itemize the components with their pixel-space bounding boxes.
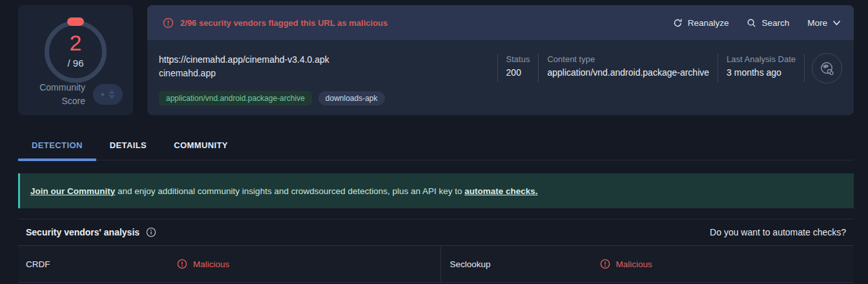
community-banner: Join our Community and enjoy additional … bbox=[18, 173, 854, 208]
more-chevron-icon bbox=[832, 20, 841, 26]
community-score-label: Community Score bbox=[39, 81, 85, 109]
community-score-row: Community Score bbox=[18, 81, 123, 109]
url-globe-icon bbox=[812, 53, 842, 83]
tag-list: application/vnd.android.package-archive … bbox=[159, 91, 497, 105]
vendor-name-cell: Seclookup bbox=[440, 246, 591, 282]
url-domain[interactable]: cinemahd.app bbox=[159, 67, 497, 80]
last-analysis-value: 3 months ago bbox=[727, 65, 796, 80]
status-label: Status bbox=[506, 53, 530, 65]
reanalyze-button[interactable]: Reanalyze bbox=[673, 18, 729, 28]
malicious-icon bbox=[600, 259, 610, 269]
community-vote-widget[interactable] bbox=[93, 84, 123, 105]
last-analysis-item: Last Analysis Date 3 months ago bbox=[718, 53, 804, 80]
header-card: 2/96 security vendors flagged this URL a… bbox=[147, 5, 854, 115]
alert-text: 2/96 security vendors flagged this URL a… bbox=[180, 18, 388, 28]
detections-count: 2 bbox=[45, 30, 107, 56]
vendor-name: CRDF bbox=[26, 259, 177, 269]
tab-detection[interactable]: DETECTION bbox=[18, 131, 96, 160]
search-icon bbox=[747, 18, 756, 28]
virustotal-url-report: 2 / 96 Community Score 2/96 security ven… bbox=[0, 0, 868, 284]
vendor-result: Malicious bbox=[177, 259, 440, 269]
vote-up-icon bbox=[108, 90, 115, 94]
detections-total: / 96 bbox=[45, 58, 107, 69]
tab-community[interactable]: COMMUNITY bbox=[160, 131, 242, 160]
url-block: https://cinemahd.app/cinemahd-v3.4.0.apk… bbox=[159, 53, 497, 105]
divider bbox=[804, 54, 805, 82]
content-type-label: Content type bbox=[547, 53, 709, 65]
malicious-alert: 2/96 security vendors flagged this URL a… bbox=[163, 17, 388, 28]
tag-downloads-apk[interactable]: downloads-apk bbox=[318, 91, 385, 105]
vendor-results-row: CRDF Malicious Seclookup Malicious bbox=[18, 246, 854, 283]
vote-carets bbox=[108, 90, 115, 99]
reanalyze-icon bbox=[673, 18, 683, 28]
report-tabs: DETECTION DETAILS COMMUNITY bbox=[18, 131, 854, 160]
content-type-value: application/vnd.android.package-archive bbox=[547, 65, 709, 80]
toolbar: Reanalyze Search More bbox=[673, 18, 841, 28]
automate-prompt[interactable]: Do you want to automate checks? bbox=[710, 227, 846, 237]
banner-text: and enjoy additional community insights … bbox=[115, 186, 464, 196]
analysis-title: Security vendors' analysis bbox=[26, 227, 140, 237]
content-type-item: Content type application/vnd.android.pac… bbox=[539, 53, 718, 80]
vendor-name: Seclookup bbox=[450, 259, 491, 269]
more-button[interactable]: More bbox=[807, 18, 841, 28]
tab-details[interactable]: DETAILS bbox=[96, 131, 160, 160]
tag-content-type[interactable]: application/vnd.android.package-archive bbox=[159, 91, 312, 105]
malicious-icon bbox=[177, 259, 187, 269]
vote-down-icon bbox=[108, 95, 115, 99]
status-item: Status 200 bbox=[498, 53, 539, 80]
analyzed-url[interactable]: https://cinemahd.app/cinemahd-v3.4.0.apk bbox=[159, 53, 497, 67]
status-value: 200 bbox=[506, 65, 530, 80]
url-metadata: Status 200 Content type application/vnd.… bbox=[497, 53, 842, 105]
automate-checks-link[interactable]: automate checks. bbox=[464, 186, 537, 196]
vote-dot-icon bbox=[101, 93, 105, 96]
info-icon[interactable] bbox=[146, 227, 156, 237]
detection-score-gauge: 2 / 96 bbox=[45, 21, 107, 83]
vendor-result: Malicious bbox=[591, 259, 854, 269]
last-analysis-label: Last Analysis Date bbox=[727, 53, 796, 65]
score-red-arc bbox=[67, 17, 84, 26]
header-card-body: https://cinemahd.app/cinemahd-v3.4.0.apk… bbox=[147, 40, 854, 105]
analysis-section-header: Security vendors' analysis Do you want t… bbox=[18, 219, 854, 246]
score-panel: 2 / 96 Community Score bbox=[18, 5, 133, 115]
warning-icon bbox=[163, 17, 174, 28]
alert-bar: 2/96 security vendors flagged this URL a… bbox=[147, 5, 854, 40]
search-button[interactable]: Search bbox=[747, 18, 789, 28]
join-community-link[interactable]: Join our Community bbox=[30, 186, 115, 196]
